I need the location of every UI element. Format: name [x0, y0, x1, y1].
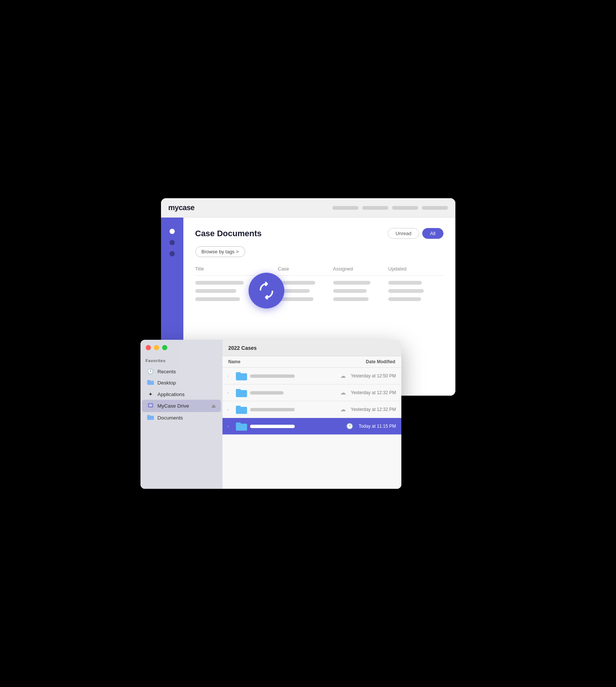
all-filter-button[interactable]: All [422, 228, 443, 239]
finder-item-recents[interactable]: 🕐 Recents [142, 366, 221, 377]
finder-rows: › ☁ Yesterday at 12:50 PM › [222, 368, 401, 489]
col-title: Title [195, 266, 278, 272]
clock-icon: 🕐 [147, 368, 154, 374]
table-header: Title Case Assigned Updated [195, 266, 443, 276]
finder-row-1[interactable]: › ☁ Yesterday at 12:50 PM [222, 368, 401, 384]
row3-name [250, 408, 337, 411]
drive-icon [147, 402, 154, 409]
finder-main: 2022 Cases Name Date Modified › [222, 340, 401, 489]
browse-tags-button[interactable]: Browse by tags > [195, 246, 245, 257]
folder-icon-row2 [236, 388, 247, 397]
row4-name [250, 425, 344, 428]
folder-icon-row3 [236, 405, 247, 414]
row4-date: Today at 11:15 PM [358, 424, 396, 429]
nav-pill-4 [422, 206, 448, 210]
skeleton [195, 289, 236, 293]
finder-item-mycase-drive[interactable]: MyCase Drive ⏏ [142, 400, 221, 412]
col-name-label: Name [228, 359, 366, 364]
svg-rect-11 [236, 406, 241, 408]
compass-icon: ✦ [147, 391, 154, 397]
svg-rect-5 [147, 415, 150, 417]
filter-buttons: Unread All [388, 228, 443, 239]
maximize-button[interactable] [162, 345, 167, 350]
sidebar-dot-3 [170, 251, 175, 256]
name-skeleton [250, 374, 295, 378]
name-skeleton [250, 391, 284, 395]
finder-sidebar: Favorites 🕐 Recents Desktop ✦ Applicatio… [140, 340, 222, 489]
finder-row-4[interactable]: › 🕐 Today at 11:15 PM [222, 418, 401, 435]
svg-rect-9 [236, 389, 241, 392]
name-skeleton [250, 408, 295, 411]
logo-area: mycase [168, 203, 195, 212]
sidebar-dot-1 [170, 229, 175, 234]
finder-item-applications[interactable]: ✦ Applications [142, 389, 221, 400]
svg-rect-1 [147, 380, 150, 382]
chevron-icon-highlighted: › [228, 424, 233, 428]
finder-item-label-applications: Applications [158, 392, 185, 397]
cloud-icon-3: ☁ [340, 406, 346, 413]
eject-icon[interactable]: ⏏ [211, 403, 216, 409]
sync-icon [257, 281, 276, 300]
sync-overlay [249, 273, 284, 308]
finder-row-3[interactable]: › ☁ Yesterday at 12:32 PM [222, 401, 401, 418]
skeleton [278, 297, 313, 301]
skeleton [333, 297, 369, 301]
scene: mycase Case Documents Unread Al [140, 198, 476, 489]
svg-rect-7 [236, 372, 241, 375]
finder-col-header: Name Date Modified [222, 356, 401, 368]
skeleton [388, 281, 422, 285]
logo-text: mycase [168, 203, 195, 212]
skeleton [333, 289, 367, 293]
table-row [195, 289, 443, 293]
chevron-icon: › [228, 391, 233, 395]
finder-toolbar: 2022 Cases [222, 340, 401, 356]
col-assigned: Assigned [333, 266, 388, 272]
minimize-button[interactable] [154, 345, 159, 350]
skeleton [278, 281, 315, 285]
skeleton [195, 297, 240, 301]
finder-item-label-mycase-drive: MyCase Drive [158, 403, 189, 409]
unread-filter-button[interactable]: Unread [388, 228, 419, 239]
browser-topbar: mycase [161, 198, 455, 218]
clock-icon-row4: 🕐 [346, 423, 353, 430]
finder-window-title: 2022 Cases [228, 345, 257, 351]
table-row [195, 297, 443, 301]
folder-icon [147, 380, 154, 386]
cloud-icon-1: ☁ [340, 373, 346, 379]
finder-item-label-recents: Recents [158, 369, 176, 374]
chevron-icon: › [228, 408, 233, 412]
skeleton [388, 289, 424, 293]
row2-name [250, 391, 337, 395]
col-case: Case [278, 266, 333, 272]
svg-rect-13 [236, 422, 241, 425]
skeleton [195, 281, 244, 285]
nav-pill-2 [362, 206, 388, 210]
traffic-lights [146, 345, 167, 350]
cloud-icon-2: ☁ [340, 389, 346, 396]
page-title: Case Documents [195, 229, 262, 238]
col-updated: Updated [388, 266, 443, 272]
nav-pill-3 [392, 206, 418, 210]
chevron-icon: › [228, 374, 233, 378]
row1-name [250, 374, 337, 378]
svg-rect-3 [149, 404, 152, 406]
nav-pill-1 [332, 206, 358, 210]
skeleton [333, 281, 370, 285]
folder-icon-2 [147, 415, 154, 421]
finder-item-label-desktop: Desktop [158, 380, 176, 386]
finder-item-desktop[interactable]: Desktop [142, 377, 221, 389]
col-date-label: Date Modified [366, 359, 395, 364]
row1-date: Yesterday at 12:50 PM [351, 373, 396, 379]
table-rows [195, 281, 443, 301]
sidebar-dot-2 [170, 240, 175, 245]
finder-section-label: Favorites [140, 358, 222, 363]
table-row [195, 281, 443, 285]
finder-row-2[interactable]: › ☁ Yesterday at 12:32 PM [222, 384, 401, 401]
row2-date: Yesterday at 12:32 PM [351, 390, 396, 395]
page-header: Case Documents Unread All [195, 228, 443, 239]
finder-item-documents[interactable]: Documents [142, 412, 221, 424]
close-button[interactable] [146, 345, 151, 350]
skeleton [388, 297, 421, 301]
folder-icon-row1 [236, 371, 247, 380]
finder-item-label-documents: Documents [158, 415, 183, 421]
